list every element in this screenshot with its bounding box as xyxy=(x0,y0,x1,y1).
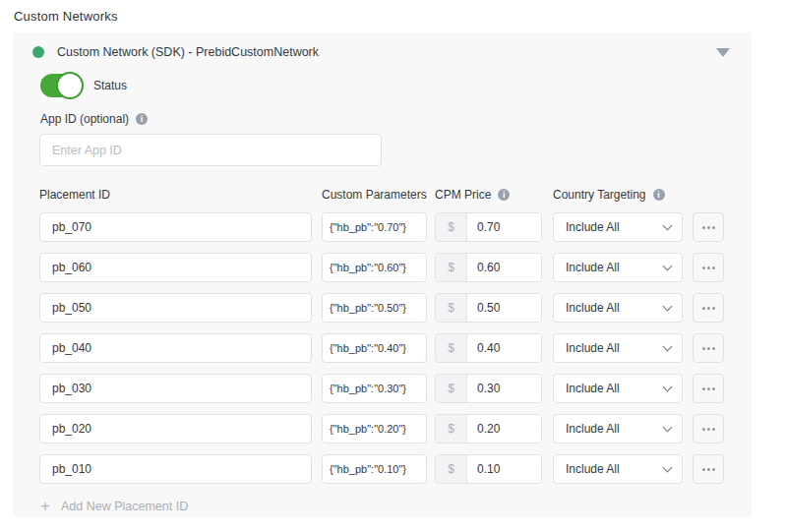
card-header: Custom Network (SDK) - PrebidCustomNetwo… xyxy=(13,32,752,59)
custom-parameters-input[interactable] xyxy=(322,293,427,323)
cpm-price-field: $ xyxy=(435,374,542,403)
cpm-price-field: $ xyxy=(435,212,542,242)
currency-prefix: $ xyxy=(436,455,467,483)
country-targeting-select[interactable]: Include All xyxy=(553,454,683,484)
currency-prefix: $ xyxy=(436,213,467,241)
col-custom-parameters: Custom Parameters xyxy=(322,188,435,202)
status-toggle[interactable] xyxy=(40,74,82,97)
chevron-down-icon xyxy=(663,422,673,432)
placement-id-input[interactable] xyxy=(39,454,312,484)
placement-row: $ Include All xyxy=(39,374,752,403)
country-targeting-value: Include All xyxy=(566,462,620,476)
chevron-down-icon xyxy=(663,462,673,472)
col-cpm-price: CPM Price i xyxy=(435,188,553,202)
cpm-price-input[interactable] xyxy=(467,455,541,483)
info-icon[interactable]: i xyxy=(136,113,148,125)
currency-prefix: $ xyxy=(436,334,467,362)
custom-parameters-input[interactable] xyxy=(322,414,427,443)
cpm-price-field: $ xyxy=(435,414,542,443)
country-targeting-value: Include All xyxy=(566,301,620,315)
chevron-down-icon xyxy=(663,341,673,351)
page-title: Custom Networks xyxy=(14,9,785,24)
network-title: Custom Network (SDK) - PrebidCustomNetwo… xyxy=(57,45,319,59)
custom-parameters-input[interactable] xyxy=(322,374,427,403)
ellipsis-icon xyxy=(702,387,715,390)
chevron-down-icon xyxy=(663,301,673,311)
currency-prefix: $ xyxy=(436,254,467,281)
info-icon[interactable]: i xyxy=(653,189,665,201)
placement-row: $ Include All xyxy=(39,253,752,282)
status-label: Status xyxy=(93,79,127,92)
placement-id-input[interactable] xyxy=(39,253,312,282)
status-toggle-row: Status xyxy=(40,72,752,99)
country-targeting-select[interactable]: Include All xyxy=(553,253,683,282)
toggle-knob xyxy=(56,72,84,99)
placement-id-input[interactable] xyxy=(39,374,312,403)
row-menu-button[interactable] xyxy=(693,374,724,403)
cpm-price-input[interactable] xyxy=(467,415,541,443)
placement-row: $ Include All xyxy=(39,333,752,363)
custom-parameters-input[interactable] xyxy=(322,253,427,282)
custom-parameters-input[interactable] xyxy=(322,212,427,242)
info-icon[interactable]: i xyxy=(498,189,510,201)
collapse-chevron-icon[interactable] xyxy=(716,48,730,57)
placement-id-input[interactable] xyxy=(39,293,312,323)
row-menu-button[interactable] xyxy=(693,414,724,443)
ellipsis-icon xyxy=(702,468,715,471)
cpm-price-field: $ xyxy=(435,293,542,323)
chevron-down-icon xyxy=(663,220,673,230)
placement-row: $ Include All xyxy=(39,212,752,242)
status-dot-icon xyxy=(32,46,44,58)
placement-row: $ Include All xyxy=(39,293,752,323)
cpm-price-field: $ xyxy=(435,253,542,282)
country-targeting-select[interactable]: Include All xyxy=(553,293,683,323)
placement-row: $ Include All xyxy=(39,454,752,484)
placement-id-input[interactable] xyxy=(39,414,312,443)
ellipsis-icon xyxy=(702,307,715,310)
country-targeting-value: Include All xyxy=(566,341,620,355)
ellipsis-icon xyxy=(702,347,715,350)
chevron-down-icon xyxy=(663,261,673,270)
row-menu-button[interactable] xyxy=(693,333,724,363)
cpm-price-field: $ xyxy=(435,454,542,484)
currency-prefix: $ xyxy=(436,415,467,443)
add-placement-button[interactable]: + Add New Placement ID xyxy=(40,500,188,513)
country-targeting-value: Include All xyxy=(566,422,620,436)
country-targeting-select[interactable]: Include All xyxy=(553,333,683,363)
cpm-price-input[interactable] xyxy=(467,375,541,402)
custom-parameters-input[interactable] xyxy=(322,333,427,363)
country-targeting-value: Include All xyxy=(566,261,620,274)
row-menu-button[interactable] xyxy=(693,454,724,484)
country-targeting-select[interactable]: Include All xyxy=(553,374,683,403)
cpm-price-field: $ xyxy=(435,333,542,363)
custom-parameters-input[interactable] xyxy=(322,454,427,484)
country-targeting-value: Include All xyxy=(566,220,620,234)
custom-network-card: Custom Network (SDK) - PrebidCustomNetwo… xyxy=(13,32,752,517)
ellipsis-icon xyxy=(702,266,715,269)
placement-id-input[interactable] xyxy=(39,333,312,363)
ellipsis-icon xyxy=(702,428,715,431)
plus-icon: + xyxy=(40,501,50,512)
cpm-price-input[interactable] xyxy=(467,334,541,362)
placement-id-input[interactable] xyxy=(39,212,312,242)
currency-prefix: $ xyxy=(436,294,467,322)
cpm-price-input[interactable] xyxy=(467,213,541,241)
cpm-price-label: CPM Price xyxy=(435,188,491,202)
app-id-label: App ID (optional) xyxy=(40,112,129,126)
app-id-input[interactable] xyxy=(39,134,382,166)
row-menu-button[interactable] xyxy=(693,212,724,242)
placement-row: $ Include All xyxy=(39,414,752,443)
add-placement-label: Add New Placement ID xyxy=(61,500,188,513)
currency-prefix: $ xyxy=(436,375,467,402)
ellipsis-icon xyxy=(702,226,715,229)
country-targeting-select[interactable]: Include All xyxy=(553,414,683,443)
cpm-price-input[interactable] xyxy=(467,294,541,322)
country-targeting-select[interactable]: Include All xyxy=(553,212,683,242)
table-header: Placement ID Custom Parameters CPM Price… xyxy=(39,188,752,202)
cpm-price-input[interactable] xyxy=(467,254,541,281)
row-menu-button[interactable] xyxy=(693,253,724,282)
row-menu-button[interactable] xyxy=(693,293,724,323)
col-country-targeting: Country Targeting i xyxy=(553,188,665,202)
col-placement-id: Placement ID xyxy=(39,188,322,202)
country-targeting-value: Include All xyxy=(566,382,620,395)
